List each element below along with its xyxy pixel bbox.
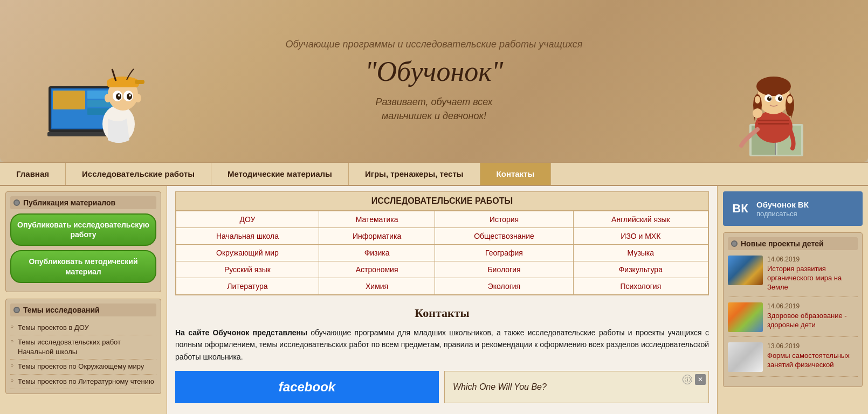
svg-point-15 <box>116 93 121 100</box>
ad-controls: ⓘ ✕ <box>683 374 706 385</box>
projects-dot <box>731 240 738 247</box>
right-ad[interactable]: Which One Will You Be? ⓘ ✕ <box>444 371 709 403</box>
table-cell[interactable]: География <box>435 245 573 261</box>
sidebar-link-0[interactable]: Темы проектов в ДОУ <box>10 321 156 335</box>
sidebar-link-1[interactable]: Темы исследовательских работ Начальной ш… <box>10 335 156 360</box>
project-name[interactable]: Здоровое образование - здоровые дети <box>767 312 858 330</box>
table-cell[interactable]: Экология <box>435 278 573 295</box>
table-cell[interactable]: Математика <box>319 211 435 228</box>
header-subtitle: Обучающие программы и исследовательские … <box>286 39 583 50</box>
project-item: 14.06.2019История развития органического… <box>728 256 858 297</box>
ad-close-button[interactable]: ✕ <box>695 374 706 385</box>
svg-point-28 <box>756 77 791 96</box>
project-name[interactable]: История развития органического мира на З… <box>767 265 858 292</box>
header-slogan: Развивает, обучает всех мальчишек и девч… <box>286 95 583 122</box>
svg-point-36 <box>780 97 782 99</box>
publish-research-button[interactable]: Опубликовать исследовательскую работу <box>10 213 156 246</box>
table-cell[interactable]: Обществознание <box>435 228 573 245</box>
svg-point-19 <box>105 94 111 102</box>
table-cell[interactable]: Химия <box>319 278 435 295</box>
header-boy-illustration <box>43 11 162 162</box>
vk-icon: ВК <box>729 198 751 219</box>
project-date: 14.06.2019 <box>767 302 858 310</box>
research-topics-section: Темы исследований Темы проектов в ДОУ Те… <box>5 299 161 394</box>
vk-block[interactable]: ВК Обучонок ВК подписаться <box>723 191 863 226</box>
svg-rect-40 <box>758 120 789 121</box>
table-cell[interactable]: Психология <box>573 278 708 295</box>
projects-list: 14.06.2019История развития органического… <box>728 256 858 377</box>
publication-section: Публикация материалов Опубликовать иссле… <box>5 191 161 292</box>
table-cell[interactable]: Информатика <box>319 228 435 245</box>
new-projects-title: Новые проекты детей <box>728 237 858 250</box>
table-cell[interactable]: ДОУ <box>176 211 319 228</box>
svg-rect-41 <box>758 123 789 125</box>
table-cell[interactable]: ИЗО и МХК <box>573 228 708 245</box>
nav-research[interactable]: Исследовательские работы <box>66 163 211 185</box>
table-cell[interactable]: Окружающий мир <box>176 245 319 261</box>
svg-rect-11 <box>107 80 139 87</box>
project-item: 13.06.2019Формы самостоятельных занятий … <box>728 342 858 377</box>
project-item: 14.06.2019Здоровое образование - здоровы… <box>728 302 858 337</box>
svg-point-38 <box>787 96 793 104</box>
table-cell[interactable]: Астрономия <box>319 261 435 278</box>
header-center: Обучающие программы и исследовательские … <box>286 39 583 122</box>
left-sidebar: Публикация материалов Опубликовать иссле… <box>0 186 167 414</box>
svg-point-17 <box>118 94 120 96</box>
project-thumbnail <box>728 302 763 332</box>
table-cell[interactable]: Русский язык <box>176 261 319 278</box>
research-topics-title: Темы исследований <box>10 303 156 316</box>
research-table-title: ИССЛЕДОВАТЕЛЬСКИЕ РАБОТЫ <box>176 192 708 211</box>
facebook-ad[interactable]: facebook <box>175 371 439 403</box>
site-header: Обучающие программы и исследовательские … <box>0 0 868 162</box>
publish-method-button[interactable]: Опубликовать методический материал <box>10 250 156 282</box>
project-date: 14.06.2019 <box>767 256 858 263</box>
svg-point-35 <box>769 97 771 99</box>
svg-rect-12 <box>135 80 144 84</box>
main-content: ИССЛЕДОВАТЕЛЬСКИЕ РАБОТЫ ДОУМатематикаИс… <box>167 186 717 414</box>
sidebar-link-3[interactable]: Темы проектов по Литературному чтению <box>10 375 156 389</box>
contacts-title: Контакты <box>175 306 709 320</box>
header-title: "Обучонок" <box>286 56 583 87</box>
right-sidebar: ВК Обучонок ВК подписаться Новые проекты… <box>717 186 868 414</box>
table-cell[interactable]: Физкультура <box>573 261 708 278</box>
nav-contacts[interactable]: Контакты <box>480 163 552 185</box>
table-cell[interactable]: Биология <box>435 261 573 278</box>
project-thumbnail <box>728 342 763 372</box>
svg-point-37 <box>755 96 760 104</box>
publication-title: Публикация материалов <box>10 196 156 209</box>
ad-banner: facebook Which One Will You Be? ⓘ ✕ <box>175 371 709 403</box>
section-dot <box>13 199 20 206</box>
new-projects-section: Новые проекты детей 14.06.2019История ра… <box>723 232 863 387</box>
header-girl-illustration <box>717 22 825 162</box>
project-date: 13.06.2019 <box>767 342 858 350</box>
project-thumbnail <box>728 256 763 285</box>
research-table: ДОУМатематикаИсторияАнглийский языкНачал… <box>176 211 708 295</box>
ad-info-icon[interactable]: ⓘ <box>683 375 692 384</box>
project-info: 14.06.2019История развития органического… <box>767 256 858 292</box>
nav-home[interactable]: Главная <box>0 163 66 185</box>
project-info: 13.06.2019Формы самостоятельных занятий … <box>767 342 858 372</box>
svg-point-16 <box>127 93 132 100</box>
svg-point-20 <box>135 94 141 102</box>
project-name[interactable]: Формы самостоятельных занятий физической <box>767 351 858 370</box>
project-info: 14.06.2019Здоровое образование - здоровы… <box>767 302 858 332</box>
topics-dot <box>13 307 20 313</box>
svg-point-18 <box>129 94 131 96</box>
nav-games[interactable]: Игры, тренажеры, тесты <box>349 163 480 185</box>
table-cell[interactable]: Литература <box>176 278 319 295</box>
contacts-text: На сайте Обучонок представлены обучающие… <box>175 327 709 363</box>
sidebar-link-2[interactable]: Темы проектов по Окружающему миру <box>10 360 156 374</box>
main-navigation: Главная Исследовательские работы Методич… <box>0 162 868 186</box>
svg-point-39 <box>753 108 762 118</box>
research-table-container: ИССЛЕДОВАТЕЛЬСКИЕ РАБОТЫ ДОУМатематикаИс… <box>175 191 709 295</box>
table-cell[interactable]: Начальная школа <box>176 228 319 245</box>
table-cell[interactable]: История <box>435 211 573 228</box>
table-cell[interactable]: Музыка <box>573 245 708 261</box>
main-container: Публикация материалов Опубликовать иссле… <box>0 186 868 414</box>
table-cell[interactable]: Английский язык <box>573 211 708 228</box>
table-cell[interactable]: Физика <box>319 245 435 261</box>
nav-methods[interactable]: Методические материалы <box>211 163 349 185</box>
svg-rect-3 <box>53 91 85 109</box>
